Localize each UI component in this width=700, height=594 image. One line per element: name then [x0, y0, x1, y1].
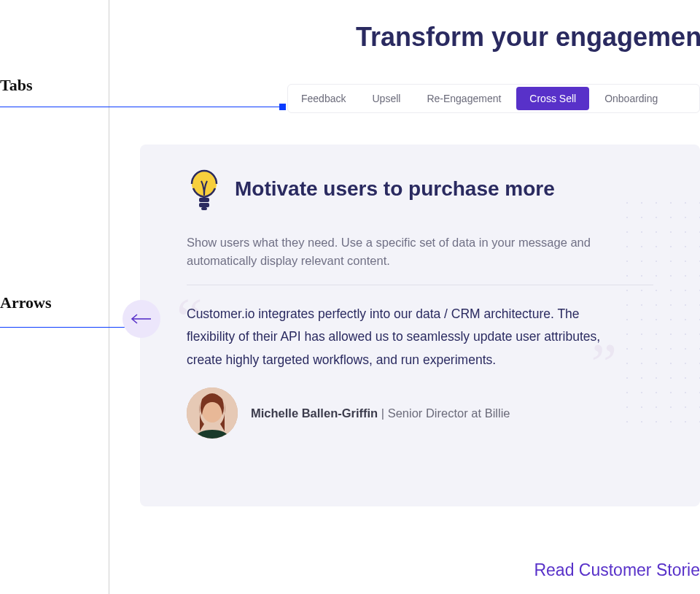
tab-cross-sell[interactable]: Cross Sell [516, 87, 589, 110]
close-quote-icon: ” [591, 335, 617, 393]
card-header: Motivate users to purchase more [187, 166, 653, 212]
author-title: Senior Director at Billie [388, 406, 510, 420]
annotation-column: Tabs Arrows [0, 0, 109, 594]
svg-rect-3 [201, 207, 207, 210]
lightbulb-icon [187, 166, 222, 212]
quote-text: Customer.io integrates perfectly into ou… [187, 303, 610, 372]
arrow-left-icon [131, 313, 152, 325]
annotation-label-arrows: Arrows [0, 293, 51, 312]
tab-feedback[interactable]: Feedback [288, 85, 359, 112]
svg-rect-1 [199, 198, 209, 202]
page-title: Transform your engagement [356, 22, 700, 53]
divider [187, 285, 653, 285]
author-line: Michelle Ballen-Griffin | Senior Directo… [251, 406, 510, 420]
tab-reengagement[interactable]: Re-Engagement [413, 85, 514, 112]
previous-arrow-button[interactable] [122, 300, 160, 338]
tab-onboarding[interactable]: Onboarding [591, 85, 671, 112]
svg-rect-2 [199, 203, 209, 207]
card-description: Show users what they need. Use a specifi… [187, 234, 595, 270]
main-content: Transform your engagement Feedback Upsel… [109, 0, 700, 594]
tabs-bar: Feedback Upsell Re-Engagement Cross Sell… [287, 84, 700, 113]
author-name: Michelle Ballen-Griffin [251, 406, 378, 420]
feature-card: Motivate users to purchase more Show use… [140, 144, 700, 506]
avatar [187, 387, 238, 439]
author-row: Michelle Ballen-Griffin | Senior Directo… [187, 387, 653, 439]
card-title: Motivate users to purchase more [235, 177, 555, 201]
quote-block: “ Customer.io integrates perfectly into … [187, 303, 610, 372]
read-customer-stories-link[interactable]: Read Customer Storie [534, 560, 700, 580]
annotation-label-tabs: Tabs [0, 76, 32, 95]
dot-pattern [620, 196, 700, 429]
tab-upsell[interactable]: Upsell [359, 85, 413, 112]
